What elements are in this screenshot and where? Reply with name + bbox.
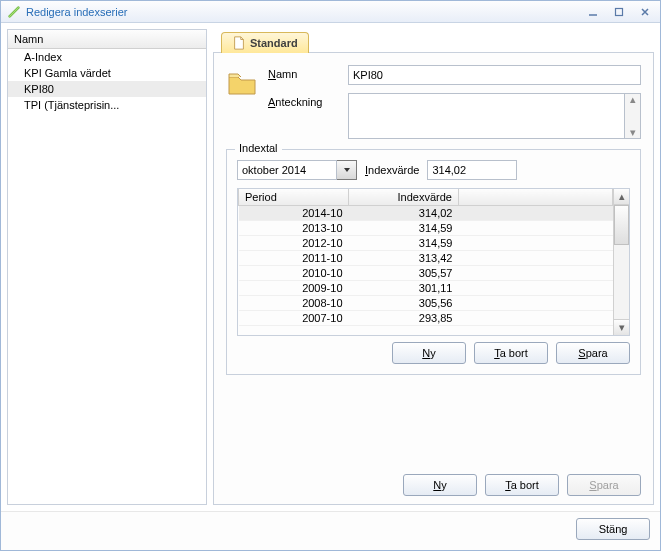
sidebar: Namn A-IndexKPI Gamla värdetKPI80TPI (Tj… (7, 29, 207, 505)
scroll-thumb[interactable] (614, 205, 629, 245)
indexvalue-input[interactable] (427, 160, 517, 180)
name-label: Namn (268, 65, 338, 80)
table-row[interactable]: 2009-10301,11 (239, 281, 613, 296)
name-input[interactable] (348, 65, 641, 85)
document-icon (232, 36, 246, 50)
index-table[interactable]: Period Indexvärde 2014-10314,022013-1031… (238, 189, 613, 335)
col-value[interactable]: Indexvärde (349, 189, 459, 206)
table-scrollbar[interactable]: ▴ ▾ (613, 189, 629, 335)
col-spacer (459, 189, 613, 206)
note-label: Anteckning (268, 93, 338, 108)
close-window-button[interactable] (636, 5, 654, 19)
textarea-scrollbar[interactable]: ▴ ▾ (625, 93, 641, 139)
main-save-button: Spara (567, 474, 641, 496)
table-row[interactable]: 2011-10313,42 (239, 251, 613, 266)
tab-row: Standard (213, 29, 654, 53)
tab-standard[interactable]: Standard (221, 32, 309, 53)
table-row[interactable]: 2010-10305,57 (239, 266, 613, 281)
fieldset-delete-button[interactable]: Ta bort (474, 342, 548, 364)
table-row[interactable]: 2007-10293,85 (239, 311, 613, 326)
period-combo-input[interactable] (237, 160, 337, 180)
table-row[interactable]: 2008-10305,56 (239, 296, 613, 311)
table-row[interactable]: 2014-10314,02 (239, 206, 613, 221)
svg-rect-1 (616, 8, 623, 15)
main-new-button[interactable]: Ny (403, 474, 477, 496)
sidebar-item[interactable]: KPI Gamla värdet (8, 65, 206, 81)
sidebar-item[interactable]: KPI80 (8, 81, 206, 97)
scroll-down-button[interactable]: ▾ (614, 319, 629, 335)
sidebar-item[interactable]: TPI (Tjänsteprisin... (8, 97, 206, 113)
fieldset-legend: Indextal (235, 142, 282, 154)
maximize-button[interactable] (610, 5, 628, 19)
titlebar: Redigera indexserier (1, 1, 660, 23)
scroll-up-icon: ▴ (630, 94, 636, 105)
window-title: Redigera indexserier (26, 6, 128, 18)
footer: Stäng (1, 511, 660, 550)
note-textarea[interactable] (348, 93, 625, 139)
main-panel: Namn Anteckning ▴ ▾ (213, 53, 654, 505)
sidebar-item[interactable]: A-Index (8, 49, 206, 65)
indextal-fieldset: Indextal Indexvärde (226, 149, 641, 375)
minimize-button[interactable] (584, 5, 602, 19)
fieldset-new-button[interactable]: Ny (392, 342, 466, 364)
scroll-track[interactable] (614, 245, 629, 319)
tab-label: Standard (250, 37, 298, 49)
table-row[interactable]: 2013-10314,59 (239, 221, 613, 236)
indexvalue-label: Indexvärde (365, 164, 419, 176)
fieldset-save-button[interactable]: Spara (556, 342, 630, 364)
period-combo-button[interactable] (337, 160, 357, 180)
main-delete-button[interactable]: Ta bort (485, 474, 559, 496)
sidebar-header: Namn (8, 30, 206, 49)
scroll-up-button[interactable]: ▴ (614, 189, 629, 205)
period-combo[interactable] (237, 160, 357, 180)
sidebar-list: A-IndexKPI Gamla värdetKPI80TPI (Tjänste… (8, 49, 206, 504)
table-row[interactable]: 2012-10314,59 (239, 236, 613, 251)
chevron-down-icon (343, 166, 351, 174)
app-icon (7, 5, 21, 19)
scroll-down-icon: ▾ (630, 127, 636, 138)
col-period[interactable]: Period (239, 189, 349, 206)
close-button[interactable]: Stäng (576, 518, 650, 540)
folder-icon (226, 67, 258, 99)
